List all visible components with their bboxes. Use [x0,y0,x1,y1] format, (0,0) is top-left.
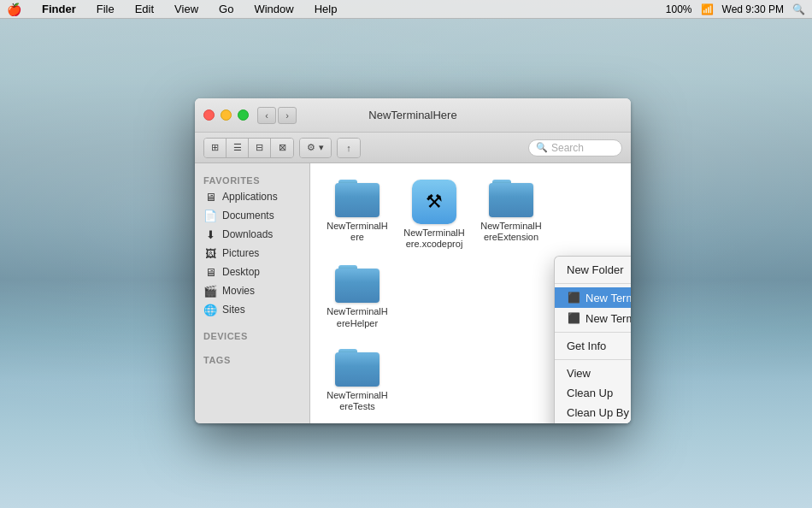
back-button[interactable]: ‹ [257,107,276,124]
window-title: NewTerminalHere [368,109,456,121]
sidebar: Favorites 🖥 Applications 📄 Documents ⬇ D… [195,163,310,423]
sidebar-item-sites[interactable]: 🌐 Sites [195,300,309,319]
finder-body: Favorites 🖥 Applications 📄 Documents ⬇ D… [195,163,631,423]
ctx-arrange-by[interactable]: Arrange By [555,422,631,423]
xcodeproj-icon: ⚒ [412,180,456,224]
share-group: ↑ [337,138,361,158]
menubar-right: 100% 📶 Wed 9:30 PM 🔍 [666,3,805,15]
folder-icon-tests [335,349,380,387]
sidebar-applications-label: Applications [222,191,278,203]
sidebar-item-documents[interactable]: 📄 Documents [195,206,309,225]
view-icon-mode[interactable]: ⊞ [204,139,227,157]
folder-icon [335,265,380,303]
ctx-new-terminal-here[interactable]: ⬛ New Terminal Here [555,287,631,308]
minimize-button[interactable] [221,109,232,121]
sidebar-item-pictures[interactable]: 🖼 Pictures [195,244,309,263]
sidebar-item-movies[interactable]: 🎬 Movies [195,281,309,300]
sidebar-desktop-label: Desktop [222,266,260,278]
ctx-clean-up-by[interactable]: Clean Up By [555,403,631,422]
sidebar-downloads-label: Downloads [222,228,273,240]
new-terminal-tab-label: New Terminal Tab Here [585,312,631,325]
favorites-heading: Favorites [195,172,309,187]
clean-up-by-label: Clean Up By [567,406,629,419]
menu-file[interactable]: File [93,1,118,17]
folder-item[interactable]: NewTerminalHere [323,176,391,253]
toolbar: ⊞ ☰ ⊟ ⊠ ⚙ ▾ ↑ 🔍 Search [195,133,631,163]
folder-name: NewTerminalHereExtension [480,221,542,243]
clock: Wed 9:30 PM [722,3,784,15]
folder-item[interactable]: NewTerminalHereExtension [477,176,545,253]
nav-buttons: ‹ › [257,107,297,124]
maximize-button[interactable] [238,109,249,121]
ctx-separator-3 [555,359,631,360]
devices-heading: Devices [195,328,309,343]
search-icon: 🔍 [536,142,548,153]
ctx-separator-2 [555,332,631,333]
file-area[interactable]: NewTerminalHere ⚒ NewTerminalHere.xcodep… [310,163,631,423]
forward-button[interactable]: › [278,107,297,124]
movies-icon: 🎬 [203,284,217,298]
xcodeproj-body: ⚒ [412,180,456,224]
folder-name: NewTerminalHere [327,221,388,243]
xcodeproj-item[interactable]: ⚒ NewTerminalHere.xcodeproj [400,176,468,253]
title-bar: ‹ › NewTerminalHere [195,98,631,133]
view-label: View [567,367,591,380]
desktop-icon: 🖥 [203,265,217,279]
menu-go[interactable]: Go [215,1,237,17]
sidebar-documents-label: Documents [222,210,274,222]
traffic-lights [203,109,249,121]
close-button[interactable] [203,109,215,121]
get-info-label: Get Info [567,340,606,352]
folder-item-tests[interactable]: NewTerminalHereTests [323,346,391,416]
folder-icon [489,180,533,217]
terminal-icon: ⬛ [567,291,580,304]
pictures-icon: 🖼 [203,246,217,260]
ctx-item-row: New Folder [567,263,623,276]
sidebar-item-applications[interactable]: 🖥 Applications [195,187,309,206]
share-button[interactable]: ↑ [338,139,360,157]
menu-finder[interactable]: Finder [38,1,79,17]
context-menu: New Folder ⬛ New Terminal Here ⬛ New [554,256,631,423]
menu-help[interactable]: Help [311,1,341,17]
ctx-get-info[interactable]: Get Info [555,336,631,356]
folder-body [335,183,380,217]
ctx-item-row: ⬛ New Terminal Tab Here [567,311,631,325]
view-list-mode[interactable]: ☰ [227,139,249,157]
menubar: 🍎 Finder File Edit View Go Window Help 1… [0,0,812,19]
apple-menu[interactable]: 🍎 [7,3,21,16]
ctx-view[interactable]: View [555,363,631,383]
ctx-item-row: ⬛ New Terminal Here [567,291,631,304]
folder-body [489,183,533,217]
ctx-new-folder[interactable]: New Folder [555,260,631,280]
view-column-mode[interactable]: ⊟ [249,139,271,157]
sidebar-item-downloads[interactable]: ⬇ Downloads [195,225,309,244]
battery-status: 100% [666,3,692,15]
folder-name: NewTerminalHereHelper [327,306,388,328]
new-folder-label: New Folder [567,263,623,276]
action-group: ⚙ ▾ [299,138,332,158]
search-box[interactable]: 🔍 Search [528,139,622,157]
menubar-left: 🍎 Finder File Edit View Go Window Help [7,1,340,17]
folder-name-tests: NewTerminalHereTests [327,390,388,412]
spotlight-icon[interactable]: 🔍 [792,3,805,15]
xcodeproj-inner-icon: ⚒ [426,191,443,213]
folder-icon [335,180,380,217]
finder-window: ‹ › NewTerminalHere ⊞ ☰ ⊟ ⊠ ⚙ ▾ ↑ 🔍 Sear… [195,98,631,423]
sidebar-item-desktop[interactable]: 🖥 Desktop [195,263,309,281]
menu-view[interactable]: View [171,1,202,17]
new-terminal-here-label: New Terminal Here [585,292,631,304]
search-placeholder: Search [551,142,584,154]
terminal-tab-icon: ⬛ [567,311,580,325]
ctx-clean-up[interactable]: Clean Up [555,383,631,403]
ctx-new-terminal-tab[interactable]: ⬛ New Terminal Tab Here [555,308,631,328]
action-button[interactable]: ⚙ ▾ [300,139,331,157]
view-coverflow-mode[interactable]: ⊠ [271,139,293,157]
xcodeproj-name: NewTerminalHere.xcodeproj [403,227,465,250]
folder-body [335,352,380,387]
wifi-icon: 📶 [701,3,714,15]
sidebar-pictures-label: Pictures [222,247,259,259]
clean-up-label: Clean Up [567,387,613,399]
menu-window[interactable]: Window [250,1,297,17]
menu-edit[interactable]: Edit [132,1,157,17]
folder-item[interactable]: NewTerminalHereHelper [323,262,391,332]
